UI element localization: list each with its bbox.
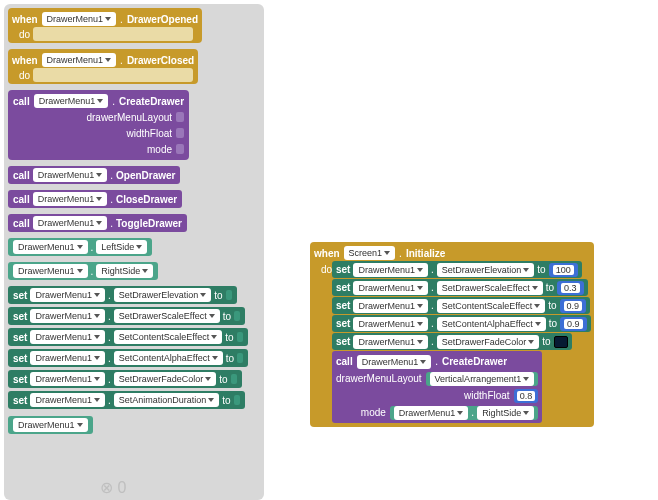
number-value[interactable]: 100 bbox=[549, 263, 578, 277]
chevron-down-icon bbox=[77, 423, 83, 427]
property-dropdown[interactable]: SetContentAlphaEffect bbox=[437, 317, 546, 331]
call-block-toggle-drawer[interactable]: call DrawerMenu1 . ToggleDrawer bbox=[8, 214, 187, 232]
do-slot[interactable] bbox=[33, 27, 193, 41]
component-dropdown[interactable]: DrawerMenu1 bbox=[34, 94, 109, 108]
chevron-down-icon bbox=[77, 245, 83, 249]
property-dropdown[interactable]: SetDrawerElevation bbox=[437, 263, 535, 277]
component-dropdown[interactable]: DrawerMenu1 bbox=[42, 12, 117, 26]
property-dropdown[interactable]: SetDrawerElevation bbox=[114, 288, 212, 302]
chevron-down-icon bbox=[94, 314, 100, 318]
chevron-down-icon bbox=[142, 269, 148, 273]
component-dropdown[interactable]: DrawerMenu1 bbox=[13, 264, 88, 278]
component-dropdown[interactable]: DrawerMenu1 bbox=[353, 263, 428, 277]
chevron-down-icon bbox=[532, 286, 538, 290]
set-fade-color-row[interactable]: set DrawerMenu1. SetDrawerFadeColor to bbox=[332, 333, 572, 350]
component-dropdown[interactable]: DrawerMenu1 bbox=[357, 355, 432, 369]
property-dropdown[interactable]: RightSide bbox=[96, 264, 153, 278]
component-dropdown[interactable]: DrawerMenu1 bbox=[33, 168, 108, 182]
chevron-down-icon bbox=[96, 221, 102, 225]
component-dropdown[interactable]: DrawerMenu1 bbox=[353, 335, 428, 349]
component-dropdown[interactable]: DrawerMenu1 bbox=[30, 393, 105, 407]
chevron-down-icon bbox=[417, 322, 423, 326]
getter-block-right-side[interactable]: DrawerMenu1 . RightSide bbox=[8, 262, 158, 280]
component-value[interactable]: VerticalArrangement1 bbox=[426, 372, 539, 386]
component-dropdown[interactable]: DrawerMenu1 bbox=[33, 192, 108, 206]
component-dropdown[interactable]: DrawerMenu1 bbox=[353, 281, 428, 295]
event-block-screen-initialize[interactable]: when Screen1 . Initialize do set DrawerM… bbox=[310, 242, 594, 427]
call-create-drawer-filled[interactable]: call DrawerMenu1 . CreateDrawer drawerMe… bbox=[332, 351, 542, 423]
setter-block-elevation[interactable]: set DrawerMenu1. SetDrawerElevation to bbox=[8, 286, 237, 304]
chevron-down-icon bbox=[212, 356, 218, 360]
component-dropdown[interactable]: DrawerMenu1 bbox=[30, 288, 105, 302]
chevron-down-icon bbox=[523, 377, 529, 381]
input-socket[interactable] bbox=[176, 144, 184, 154]
chevron-down-icon bbox=[94, 398, 100, 402]
number-value[interactable]: 0.3 bbox=[557, 281, 584, 295]
chevron-down-icon bbox=[94, 377, 100, 381]
set-content-alpha-row[interactable]: set DrawerMenu1. SetContentAlphaEffect t… bbox=[332, 315, 591, 332]
component-dropdown[interactable]: DrawerMenu1 bbox=[13, 240, 88, 254]
trash-icon[interactable]: ⊗ 0 bbox=[100, 478, 126, 497]
set-elevation-row[interactable]: set DrawerMenu1. SetDrawerElevation to 1… bbox=[332, 261, 582, 278]
component-ref-block[interactable]: DrawerMenu1 bbox=[8, 416, 93, 434]
input-socket[interactable] bbox=[234, 311, 240, 321]
component-dropdown[interactable]: DrawerMenu1 bbox=[30, 330, 105, 344]
property-dropdown[interactable]: SetContentAlphaEffect bbox=[114, 351, 223, 365]
input-socket[interactable] bbox=[176, 128, 184, 138]
call-block-create-drawer[interactable]: call DrawerMenu1 . CreateDrawer drawerMe… bbox=[8, 90, 189, 160]
event-block-drawer-closed[interactable]: when DrawerMenu1 . DrawerClosed do bbox=[8, 49, 198, 84]
component-dropdown[interactable]: DrawerMenu1 bbox=[30, 372, 105, 386]
chevron-down-icon bbox=[417, 268, 423, 272]
setter-block-content-scale[interactable]: set DrawerMenu1. SetContentScaleEffect t… bbox=[8, 328, 248, 346]
chevron-down-icon bbox=[523, 411, 529, 415]
property-dropdown[interactable]: SetDrawerFadeColor bbox=[114, 372, 217, 386]
chevron-down-icon bbox=[420, 360, 426, 364]
input-socket[interactable] bbox=[237, 353, 243, 363]
getter-block-left-side[interactable]: DrawerMenu1 . LeftSide bbox=[8, 238, 152, 256]
component-dropdown[interactable]: DrawerMenu1 bbox=[30, 351, 105, 365]
chevron-down-icon bbox=[105, 17, 111, 21]
component-dropdown[interactable]: DrawerMenu1 bbox=[13, 418, 88, 432]
component-dropdown[interactable]: Screen1 bbox=[344, 246, 396, 260]
event-name: DrawerOpened bbox=[127, 14, 198, 25]
setter-block-drawer-scale[interactable]: set DrawerMenu1. SetDrawerScaleEffect to bbox=[8, 307, 245, 325]
chevron-down-icon bbox=[94, 356, 100, 360]
chevron-down-icon bbox=[94, 335, 100, 339]
component-dropdown[interactable]: DrawerMenu1 bbox=[353, 317, 428, 331]
property-dropdown[interactable]: SetDrawerFadeColor bbox=[437, 335, 540, 349]
input-socket[interactable] bbox=[176, 112, 184, 122]
number-value[interactable]: 0.9 bbox=[560, 317, 587, 331]
property-dropdown[interactable]: SetContentScaleEffect bbox=[114, 330, 222, 344]
property-dropdown[interactable]: SetDrawerScaleEffect bbox=[437, 281, 543, 295]
input-socket[interactable] bbox=[226, 290, 232, 300]
component-dropdown[interactable]: DrawerMenu1 bbox=[33, 216, 108, 230]
property-dropdown[interactable]: SetAnimationDuration bbox=[114, 393, 220, 407]
chevron-down-icon bbox=[209, 314, 215, 318]
setter-block-fade-color[interactable]: set DrawerMenu1. SetDrawerFadeColor to bbox=[8, 370, 242, 388]
workspace-canvas[interactable]: when DrawerMenu1 . DrawerOpened do when … bbox=[0, 0, 658, 500]
component-dropdown[interactable]: DrawerMenu1 bbox=[353, 299, 428, 313]
property-dropdown[interactable]: SetDrawerScaleEffect bbox=[114, 309, 220, 323]
setter-block-content-alpha[interactable]: set DrawerMenu1. SetContentAlphaEffect t… bbox=[8, 349, 248, 367]
property-dropdown[interactable]: SetContentScaleEffect bbox=[437, 299, 545, 313]
input-socket[interactable] bbox=[234, 395, 240, 405]
chevron-down-icon bbox=[136, 245, 142, 249]
number-value[interactable]: 0.9 bbox=[560, 299, 587, 313]
component-dropdown[interactable]: DrawerMenu1 bbox=[42, 53, 117, 67]
component-dropdown[interactable]: DrawerMenu1 bbox=[30, 309, 105, 323]
input-socket[interactable] bbox=[237, 332, 243, 342]
chevron-down-icon bbox=[417, 340, 423, 344]
setter-block-animation-duration[interactable]: set DrawerMenu1. SetAnimationDuration to bbox=[8, 391, 245, 409]
event-block-drawer-opened[interactable]: when DrawerMenu1 . DrawerOpened do bbox=[8, 8, 202, 43]
input-socket[interactable] bbox=[231, 374, 237, 384]
chevron-down-icon bbox=[384, 251, 390, 255]
color-value[interactable] bbox=[554, 336, 568, 348]
number-value[interactable]: 0.8 bbox=[514, 389, 539, 403]
getter-value-right-side[interactable]: DrawerMenu1 . RightSide bbox=[390, 406, 538, 420]
do-slot[interactable] bbox=[33, 68, 193, 82]
set-drawer-scale-row[interactable]: set DrawerMenu1. SetDrawerScaleEffect to… bbox=[332, 279, 588, 296]
call-block-close-drawer[interactable]: call DrawerMenu1 . CloseDrawer bbox=[8, 190, 182, 208]
property-dropdown[interactable]: LeftSide bbox=[96, 240, 147, 254]
call-block-open-drawer[interactable]: call DrawerMenu1 . OpenDrawer bbox=[8, 166, 180, 184]
set-content-scale-row[interactable]: set DrawerMenu1. SetContentScaleEffect t… bbox=[332, 297, 590, 314]
